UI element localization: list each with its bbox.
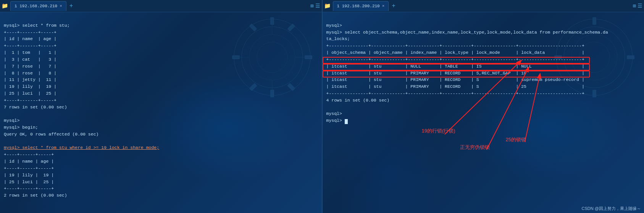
left-line-19: | id | name | age | [4, 159, 54, 164]
right-line-1: mysql> [326, 23, 342, 28]
right-line-2: mysql> select object_schema,object_name,… [326, 30, 608, 35]
left-line-16: Query OK, 0 rows affected (0.00 sec) [4, 132, 98, 137]
right-prompt2: mysql> [326, 118, 348, 123]
right-line-3: ta_locks; [326, 36, 350, 41]
left-tab-active[interactable]: 1 192.168.200.210 × [10, 1, 66, 11]
right-row1: | itcast | stu | NULL | TABLE | IS | NUL… [326, 64, 584, 69]
right-blank [326, 105, 329, 110]
left-line-11: | 25 | luci | 25 | [4, 91, 56, 96]
left-line-blank2 [4, 139, 6, 144]
left-line-22: | 25 | luci | 25 | [4, 179, 54, 184]
left-line-8: | 8 | rose | 8 | [4, 71, 56, 76]
right-sep3: +---------------+-------------+---------… [326, 91, 584, 96]
right-list-icon[interactable]: ☰ [638, 3, 642, 9]
right-folder-icon: 📁 [324, 3, 331, 9]
left-line-17: mysql> select * from stu where id >= 19 … [4, 145, 159, 150]
watermark: CSDN @因上努力，果上随缘～ [582, 206, 641, 211]
right-sep1: +---------------+-------------+---------… [326, 43, 584, 48]
left-line-20: +----+------+-----+ [4, 166, 54, 171]
left-tab-label: 1 192.168.200.210 [15, 4, 57, 8]
right-tab-bar: 📁 1 192.168.200.210 × + ⊞ ☰ [323, 0, 644, 12]
annotation-label-2: 正无穷伪锁锁 [460, 144, 490, 151]
right-result: 4 rows in set (0.00 sec) [326, 98, 390, 103]
main-container: 📁 1 192.168.200.210 × + ⊞ ☰ mysql> selec… [0, 0, 644, 213]
left-line-23: +----+------+-----+ [4, 186, 54, 191]
left-list-icon[interactable]: ☰ [315, 3, 320, 9]
left-tab-bar: 📁 1 192.168.200.210 × + ⊞ ☰ [0, 0, 322, 12]
left-line-4: +----+-------+-----+ [4, 43, 56, 48]
right-tab-close[interactable]: × [382, 4, 385, 8]
left-folder-icon: 📁 [2, 3, 8, 9]
right-tab-label: 1 192.168.200.210 [337, 4, 380, 8]
right-tab-active[interactable]: 1 192.168.200.210 × [333, 1, 389, 11]
left-line-15: mysql> begin; [4, 125, 38, 130]
left-line-12: +----+-------+-----+ [4, 98, 56, 103]
right-sep2: +---------------+-------------+---------… [326, 57, 584, 62]
right-row3: | itcast | stu | PRIMARY | RECORD | S | … [326, 77, 584, 82]
left-terminal-text: mysql> select * from stu; +----+-------+… [4, 15, 318, 206]
left-line-5: | 1 | tom | 1 | [4, 50, 56, 55]
right-terminal: mysql> mysql> select object_schema,objec… [323, 12, 644, 213]
right-row4: | itcast | stu | PRIMARY | RECORD | S | … [326, 84, 584, 89]
left-line-2: +----+-------+-----+ [4, 30, 56, 35]
left-line-9: | 11 | jetty | 11 | [4, 77, 56, 82]
left-line-18: +----+------+-----+ [4, 152, 54, 157]
right-header: | object_schema | object_name | index_na… [326, 50, 584, 55]
left-line-blank [4, 111, 6, 116]
left-panel: 📁 1 192.168.200.210 × + ⊞ ☰ mysql> selec… [0, 0, 322, 213]
left-line-1: mysql> select * from stu; [4, 23, 70, 28]
annotation-label-3: 25的锁锁 [506, 136, 526, 143]
left-grid-icon[interactable]: ⊞ [310, 3, 313, 9]
left-line-7: | 7 | rose | 7 | [4, 64, 56, 69]
right-prompt1: mysql> [326, 111, 342, 116]
left-line-14: mysql> [4, 118, 19, 123]
left-terminal: mysql> select * from stu; +----+-------+… [0, 12, 322, 213]
left-line-13: 7 rows in set (0.00 sec) [4, 105, 67, 110]
left-tab-add[interactable]: + [67, 3, 76, 10]
left-line-21: | 19 | lily | 19 | [4, 173, 54, 178]
left-line-6: | 3 | cat | 3 | [4, 57, 56, 62]
left-tab-close[interactable]: × [60, 4, 62, 8]
left-line-3: | id | name | age | [4, 36, 56, 41]
right-panel: 📁 1 192.168.200.210 × + ⊞ ☰ mysql> mysql… [322, 0, 644, 213]
right-terminal-text: mysql> mysql> select object_schema,objec… [326, 15, 641, 131]
right-tab-add[interactable]: + [389, 3, 398, 10]
left-line-10: | 19 | lily | 19 | [4, 84, 56, 89]
right-grid-icon[interactable]: ⊞ [633, 3, 636, 9]
left-line-24: 2 rows in set (0.00 sec) [4, 193, 67, 198]
right-row2: | itcast | stu | PRIMARY | RECORD | S,RE… [326, 71, 584, 76]
